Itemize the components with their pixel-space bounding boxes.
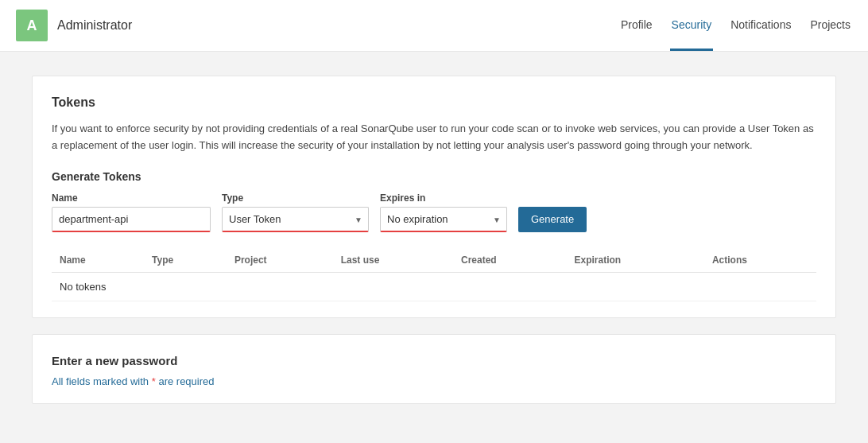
tokens-description: If you want to enforce security by not p… — [52, 121, 816, 154]
table-header-row: Name Type Project Last use Created Expir… — [52, 248, 816, 273]
nav-item-profile[interactable]: Profile — [619, 1, 654, 51]
col-project: Project — [227, 248, 333, 273]
col-last-use: Last use — [333, 248, 453, 273]
col-type: Type — [144, 248, 227, 273]
col-expiration: Expiration — [567, 248, 704, 273]
required-fields-note: All fields marked with * are required — [52, 375, 816, 387]
tokens-card: Tokens If you want to enforce security b… — [32, 76, 836, 318]
type-label: Type — [222, 192, 369, 204]
name-form-group: Name — [52, 192, 211, 232]
generate-form-row: Name Type User Token Project Token Globa… — [52, 192, 816, 232]
header: A Administrator Profile Security Notific… — [0, 0, 868, 52]
token-name-input[interactable] — [52, 207, 211, 232]
password-card-title: Enter a new password — [52, 354, 816, 367]
avatar: A — [16, 10, 48, 41]
expires-select[interactable]: No expiration 30 days 60 days 90 days — [380, 207, 507, 232]
expires-label: Expires in — [380, 192, 507, 204]
name-label: Name — [52, 192, 211, 204]
type-form-group: Type User Token Project Token Global Ana… — [222, 192, 369, 232]
expires-form-group: Expires in No expiration 30 days 60 days… — [380, 192, 507, 232]
type-select-wrapper: User Token Project Token Global Analysis… — [222, 207, 369, 232]
token-type-select[interactable]: User Token Project Token Global Analysis… — [222, 207, 369, 232]
nav-item-notifications[interactable]: Notifications — [729, 1, 792, 51]
col-created: Created — [453, 248, 567, 273]
expires-select-wrapper: No expiration 30 days 60 days 90 days ▼ — [380, 207, 507, 232]
required-star: * — [152, 375, 156, 387]
main-content: Tokens If you want to enforce security b… — [0, 52, 868, 443]
password-card: Enter a new password All fields marked w… — [32, 334, 836, 404]
header-left: A Administrator — [16, 10, 132, 41]
table-empty-row: No tokens — [52, 272, 816, 301]
no-tokens-message: No tokens — [52, 272, 816, 301]
tokens-card-title: Tokens — [52, 95, 816, 110]
nav-item-security[interactable]: Security — [670, 1, 714, 51]
admin-name: Administrator — [57, 18, 132, 33]
header-nav: Profile Security Notifications Projects — [619, 0, 852, 51]
generate-tokens-title: Generate Tokens — [52, 170, 816, 183]
generate-button[interactable]: Generate — [518, 207, 587, 232]
tokens-table: Name Type Project Last use Created Expir… — [52, 248, 816, 301]
col-name: Name — [52, 248, 144, 273]
nav-item-projects[interactable]: Projects — [808, 1, 852, 51]
col-actions: Actions — [704, 248, 816, 273]
